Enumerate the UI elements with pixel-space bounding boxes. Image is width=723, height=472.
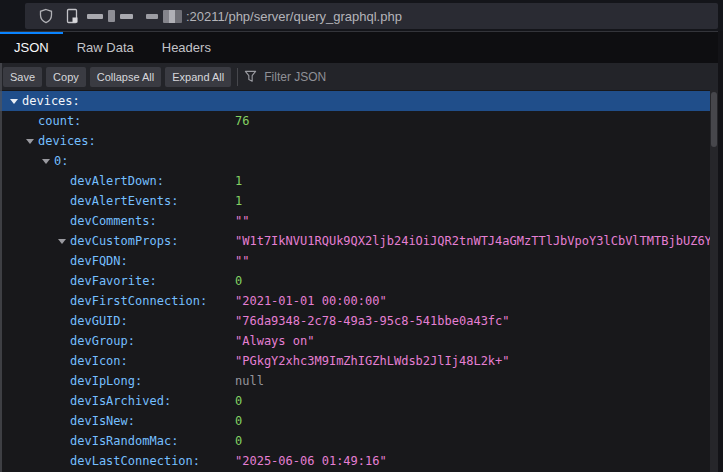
json-tree: devices: count: 76 devices: 0: devAlertD… bbox=[0, 90, 723, 472]
json-value: 0 bbox=[235, 414, 242, 428]
scrollbar-thumb[interactable] bbox=[711, 92, 717, 147]
json-key: devGUID: bbox=[70, 314, 235, 328]
url-field[interactable]: :20211/php/server/query_graphql.php bbox=[25, 3, 718, 29]
twisty-icon[interactable] bbox=[8, 91, 22, 111]
json-key: devIsNew: bbox=[70, 414, 235, 428]
json-key: devices: bbox=[22, 94, 235, 108]
funnel-icon bbox=[244, 70, 257, 83]
window-right-edge bbox=[718, 31, 723, 472]
tree-row[interactable]: devFavorite: 0 bbox=[0, 271, 723, 291]
url-bar-row: :20211/php/server/query_graphql.php bbox=[0, 0, 723, 31]
json-key: devIsRandomMac: bbox=[70, 434, 235, 448]
tab-json[interactable]: JSON bbox=[0, 32, 63, 63]
json-key: devGroup: bbox=[70, 334, 235, 348]
tree-row[interactable]: devIsNew: 0 bbox=[0, 411, 723, 431]
tree-row[interactable]: devIsRandomMac: 0 bbox=[0, 431, 723, 451]
twisty-icon[interactable] bbox=[56, 171, 70, 191]
twisty-icon[interactable] bbox=[56, 451, 70, 471]
twisty-icon[interactable] bbox=[56, 391, 70, 411]
redacted-host bbox=[87, 10, 182, 23]
twisty-icon[interactable] bbox=[56, 271, 70, 291]
tree-row[interactable]: devGUID: "76da9348-2c78-49a3-95c8-541bbe… bbox=[0, 311, 723, 331]
copy-button[interactable]: Copy bbox=[46, 67, 86, 87]
json-key: devComments: bbox=[70, 214, 235, 228]
save-button[interactable]: Save bbox=[3, 67, 42, 87]
viewer-tab-bar: JSON Raw Data Headers bbox=[0, 31, 723, 63]
toolbar-divider bbox=[237, 68, 238, 86]
url-text[interactable]: :20211/php/server/query_graphql.php bbox=[186, 9, 402, 24]
twisty-icon[interactable] bbox=[56, 251, 70, 271]
tree-row[interactable]: devices: bbox=[0, 131, 723, 151]
json-value: 0 bbox=[235, 394, 242, 408]
json-key: devices: bbox=[38, 134, 235, 148]
json-key: devAlertDown: bbox=[70, 174, 235, 188]
json-key: 0: bbox=[54, 154, 235, 168]
json-value: "76da9348-2c78-49a3-95c8-541bbe0a43fc" bbox=[235, 314, 510, 328]
json-value: "" bbox=[235, 214, 249, 228]
expand-all-button[interactable]: Expand All bbox=[165, 67, 231, 87]
json-value: "2021-01-01 00:00:00" bbox=[235, 294, 387, 308]
filter-json-input[interactable] bbox=[264, 70, 404, 84]
json-value: 76 bbox=[235, 114, 249, 128]
tree-row[interactable]: devIpLong: null bbox=[0, 371, 723, 391]
json-key: devIsArchived: bbox=[70, 394, 235, 408]
twisty-icon[interactable] bbox=[24, 111, 38, 131]
twisty-icon[interactable] bbox=[56, 331, 70, 351]
json-value: "W1t7IkNVU1RQUk9QX2ljb24iOiJQR2tnWTJ4aGM… bbox=[235, 234, 723, 248]
tab-headers[interactable]: Headers bbox=[148, 32, 225, 63]
json-value: 0 bbox=[235, 434, 242, 448]
page-icon[interactable] bbox=[59, 5, 85, 27]
json-value: 1 bbox=[235, 174, 242, 188]
json-key: devCustomProps: bbox=[70, 234, 235, 248]
json-value: 0 bbox=[235, 274, 242, 288]
json-key: devIcon: bbox=[70, 354, 235, 368]
twisty-icon[interactable] bbox=[56, 311, 70, 331]
tree-row[interactable]: devIsArchived: 0 bbox=[0, 391, 723, 411]
twisty-icon[interactable] bbox=[56, 411, 70, 431]
collapse-all-button[interactable]: Collapse All bbox=[90, 67, 161, 87]
tree-row[interactable]: devComments: "" bbox=[0, 211, 723, 231]
json-key: devFQDN: bbox=[70, 254, 235, 268]
twisty-icon[interactable] bbox=[24, 131, 38, 151]
twisty-icon[interactable] bbox=[56, 291, 70, 311]
json-value: "2025-06-06 01:49:16" bbox=[235, 454, 387, 468]
twisty-icon[interactable] bbox=[40, 151, 54, 171]
shield-icon[interactable] bbox=[33, 5, 59, 27]
tree-row[interactable]: devAlertEvents: 1 bbox=[0, 191, 723, 211]
tree-row[interactable]: 0: bbox=[0, 151, 723, 171]
json-value: "Always on" bbox=[235, 334, 314, 348]
vertical-scrollbar[interactable] bbox=[710, 90, 718, 472]
json-key: devFavorite: bbox=[70, 274, 235, 288]
twisty-icon[interactable] bbox=[56, 371, 70, 391]
json-value: null bbox=[235, 374, 264, 388]
json-key: count: bbox=[38, 114, 235, 128]
tree-row[interactable]: devFirstConnection: "2021-01-01 00:00:00… bbox=[0, 291, 723, 311]
tree-row[interactable]: devIcon: "PGkgY2xhc3M9ImZhIGZhLWdsb2JlIj… bbox=[0, 351, 723, 371]
twisty-icon[interactable] bbox=[56, 191, 70, 211]
tree-row[interactable]: devLastConnection: "2025-06-06 01:49:16" bbox=[0, 451, 723, 471]
json-key: devLastConnection: bbox=[70, 454, 235, 468]
tab-raw-data[interactable]: Raw Data bbox=[63, 32, 148, 63]
tree-row[interactable]: devAlertDown: 1 bbox=[0, 171, 723, 191]
tree-row[interactable]: devGroup: "Always on" bbox=[0, 331, 723, 351]
twisty-icon[interactable] bbox=[56, 431, 70, 451]
tree-row[interactable]: devCustomProps: "W1t7IkNVU1RQUk9QX2ljb24… bbox=[0, 231, 723, 251]
tree-row[interactable]: count: 76 bbox=[0, 111, 723, 131]
json-value: 1 bbox=[235, 194, 242, 208]
json-key: devFirstConnection: bbox=[70, 294, 235, 308]
tree-row[interactable]: devFQDN: "" bbox=[0, 251, 723, 271]
tree-row[interactable]: devices: bbox=[0, 91, 710, 111]
json-key: devAlertEvents: bbox=[70, 194, 235, 208]
json-key: devIpLong: bbox=[70, 374, 235, 388]
json-toolbar: Save Copy Collapse All Expand All bbox=[0, 63, 723, 90]
window-left-edge bbox=[0, 63, 2, 472]
twisty-icon[interactable] bbox=[56, 211, 70, 231]
browser-window: :20211/php/server/query_graphql.php JSON… bbox=[0, 0, 723, 472]
json-value: "" bbox=[235, 254, 249, 268]
twisty-icon[interactable] bbox=[56, 231, 70, 251]
json-value: "PGkgY2xhc3M9ImZhIGZhLWdsb2JlIj48L2k+" bbox=[235, 354, 510, 368]
filter-json-box[interactable] bbox=[244, 70, 404, 84]
twisty-icon[interactable] bbox=[56, 351, 70, 371]
